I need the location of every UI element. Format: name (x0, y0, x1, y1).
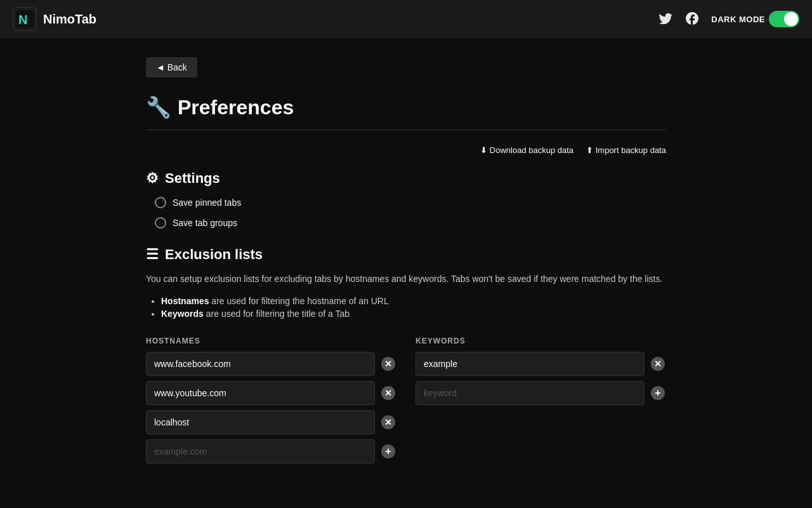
dark-mode-toggle[interactable] (769, 11, 799, 27)
gear-icon: ⚙ (146, 170, 159, 187)
dark-mode-label: DARK MODE (711, 15, 765, 24)
keywords-bold: Keywords (161, 309, 204, 319)
backup-actions: ⬇ Download backup data ⬆ Import backup d… (146, 145, 666, 155)
hostnames-bullet: Hostnames are used for filtering the hos… (161, 296, 666, 306)
save-pinned-tabs-label: Save pinned tabs (173, 197, 241, 208)
hostname-new-input[interactable] (146, 439, 375, 464)
hostname-row-2: ✕ (146, 410, 396, 434)
title-divider (146, 130, 666, 130)
hostname-row-1: ✕ (146, 381, 396, 405)
twitter-icon[interactable] (658, 11, 673, 28)
hostname-input-0[interactable] (146, 352, 375, 376)
save-pinned-tabs-toggle[interactable] (155, 197, 166, 208)
remove-hostname-1-button[interactable]: ✕ (380, 385, 396, 401)
hostnames-text: are used for filtering the hostname of a… (209, 296, 388, 306)
save-pinned-tabs-row: Save pinned tabs (146, 197, 666, 208)
facebook-icon[interactable] (684, 11, 700, 28)
header: N NimoTab DARK MODE (0, 0, 812, 38)
page-title: 🔧 Preferences (146, 95, 666, 119)
keyword-new-input[interactable] (416, 381, 645, 405)
wrench-icon: 🔧 (146, 95, 171, 119)
save-tab-groups-label: Save tab groups (173, 218, 237, 228)
exclusion-section: ☰ Exclusion lists You can setup exclusio… (146, 246, 666, 469)
hostname-new-row: + (146, 439, 396, 464)
hostnames-label: HOSTNAMES (146, 337, 396, 345)
page-title-text: Preferences (178, 96, 294, 119)
header-right: DARK MODE (658, 11, 799, 28)
settings-title: ⚙ Settings (146, 170, 666, 187)
remove-hostname-2-icon: ✕ (381, 415, 395, 429)
remove-hostname-2-button[interactable]: ✕ (380, 414, 396, 431)
hostname-input-1[interactable] (146, 381, 375, 405)
keywords-bullet: Keywords are used for filtering the titl… (161, 309, 666, 319)
add-keyword-button[interactable]: + (650, 385, 666, 401)
save-tab-groups-toggle[interactable] (155, 217, 166, 229)
list-icon: ☰ (146, 246, 159, 263)
add-hostname-button[interactable]: + (380, 443, 396, 460)
exclusion-title: ☰ Exclusion lists (146, 246, 666, 263)
remove-keyword-0-button[interactable]: ✕ (650, 356, 666, 372)
remove-hostname-1-icon: ✕ (381, 386, 395, 400)
hostnames-bold: Hostnames (161, 296, 209, 306)
keywords-label: KEYWORDS (416, 337, 666, 345)
remove-hostname-0-icon: ✕ (381, 357, 395, 371)
hostnames-column: HOSTNAMES ✕ ✕ ✕ (146, 337, 396, 469)
exclusion-bullets: Hostnames are used for filtering the hos… (146, 296, 666, 319)
svg-text:N: N (18, 13, 27, 27)
main-content: ◄ Back 🔧 Preferences ⬇ Download backup d… (0, 38, 812, 494)
settings-section: ⚙ Settings Save pinned tabs Save tab gro… (146, 170, 666, 229)
keyword-input-0[interactable] (416, 352, 645, 376)
toggle-knob (784, 12, 798, 26)
dark-mode-control: DARK MODE (711, 11, 799, 27)
remove-keyword-0-icon: ✕ (651, 357, 665, 371)
settings-title-text: Settings (165, 170, 220, 187)
hostname-row-0: ✕ (146, 352, 396, 376)
save-tab-groups-row: Save tab groups (146, 217, 666, 229)
back-button[interactable]: ◄ Back (146, 57, 197, 77)
download-backup-button[interactable]: ⬇ Download backup data (480, 145, 573, 155)
header-left: N NimoTab (13, 7, 96, 31)
app-logo: N (13, 7, 37, 31)
keywords-text: are used for filtering the title of a Ta… (204, 309, 350, 319)
add-hostname-icon: + (381, 444, 395, 458)
hostname-input-2[interactable] (146, 410, 375, 434)
keywords-column: KEYWORDS ✕ + (416, 337, 666, 469)
exclusion-columns: HOSTNAMES ✕ ✕ ✕ (146, 337, 666, 469)
remove-hostname-0-button[interactable]: ✕ (380, 356, 396, 372)
exclusion-description: You can setup exclusion lists for exclud… (146, 272, 666, 286)
add-keyword-icon: + (651, 386, 665, 400)
keyword-row-0: ✕ (416, 352, 666, 376)
keyword-new-row: + (416, 381, 666, 405)
app-name: NimoTab (43, 12, 96, 27)
import-backup-button[interactable]: ⬆ Import backup data (586, 145, 666, 155)
exclusion-title-text: Exclusion lists (165, 246, 263, 263)
